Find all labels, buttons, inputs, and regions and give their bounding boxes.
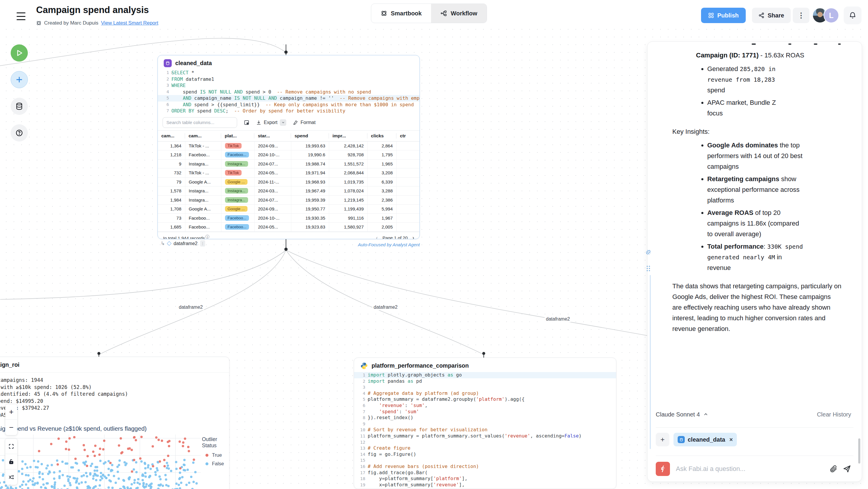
scatter-point <box>188 482 190 484</box>
python-code-editor[interactable]: 1import plotly.graph_objects as go2impor… <box>354 372 616 488</box>
scatter-point <box>81 475 83 478</box>
add-cell-button[interactable] <box>11 71 28 88</box>
column-header[interactable]: spend <box>291 130 329 141</box>
scatter-point <box>102 448 104 451</box>
code-line: 18 y=platform_summary['platform'], <box>354 476 616 482</box>
unlink-icon[interactable] <box>645 249 651 255</box>
export-dropdown-chevron[interactable] <box>280 119 286 126</box>
scatter-point <box>165 478 167 481</box>
run-workflow-button[interactable] <box>11 44 28 62</box>
zoom-out-button[interactable]: − <box>5 420 17 435</box>
scatter-point <box>187 446 189 448</box>
help-button[interactable] <box>11 124 28 142</box>
sql-code-editor[interactable]: 1›SELECT *2FROM dataframe13WHERE4 spend … <box>158 69 420 114</box>
scatter-point <box>150 485 152 488</box>
legend-item-true[interactable]: True <box>206 452 229 458</box>
scatter-point <box>194 471 196 473</box>
scatter-point <box>70 466 72 468</box>
drag-handle-icon[interactable] <box>646 265 651 272</box>
clear-history-button[interactable]: Clear History <box>817 411 851 418</box>
result-table[interactable]: cam...cam...plat...star...spendimpr...cl… <box>158 130 420 232</box>
sql-cell-cleaned-data[interactable]: cleaned_data 1›SELECT *2FROM dataframe13… <box>157 55 420 239</box>
format-button[interactable]: Format <box>293 120 316 125</box>
scatter-point <box>192 461 194 464</box>
column-header[interactable]: impr... <box>329 130 367 141</box>
table-row[interactable]: 1,364TikTok - ...TikTok2024-09...19,993.… <box>158 141 420 150</box>
scatter-point <box>21 460 24 463</box>
campaign-heading: Campaign (ID: 1771) - 15.63x ROAS <box>696 50 845 61</box>
platform-badge: Instagra... <box>225 161 248 166</box>
attach-icon[interactable] <box>830 465 838 473</box>
view-smart-report-link[interactable]: View Latest Smart Report <box>101 20 158 26</box>
ask-question-input[interactable] <box>675 465 825 473</box>
scatter-plot[interactable] <box>0 434 201 489</box>
column-header[interactable]: plat... <box>221 130 254 141</box>
table-row[interactable]: 79Google A...Google ...2024-11-...19,968… <box>158 177 420 186</box>
notifications-button[interactable] <box>844 6 862 24</box>
scatter-point <box>98 454 101 456</box>
search-input[interactable] <box>162 117 237 128</box>
avatar[interactable]: L <box>824 8 839 23</box>
column-header[interactable]: clicks <box>367 130 396 141</box>
code-line: 10# Sort by revenue for better visualiza… <box>354 427 616 433</box>
code-line: 2FROM dataframe1 <box>158 76 420 83</box>
scatter-point <box>38 450 40 452</box>
auto-layout-button[interactable] <box>5 469 17 485</box>
scatter-point <box>143 486 146 488</box>
zoom-in-button[interactable]: + <box>5 404 17 420</box>
prev-page-button[interactable]: ‹ <box>376 235 378 240</box>
send-icon[interactable] <box>843 465 851 473</box>
column-header[interactable]: ctr <box>396 130 420 141</box>
share-button[interactable]: Share <box>752 8 791 23</box>
table-row[interactable]: 732TikTok - ...TikTok2024-05...19,971.94… <box>158 169 420 178</box>
tab-workflow[interactable]: Workflow <box>431 4 487 23</box>
column-header[interactable]: cam... <box>158 130 185 141</box>
scatter-point <box>84 481 87 483</box>
lock-view-button[interactable] <box>5 454 17 469</box>
tab-smartbook[interactable]: Smartbook <box>371 4 431 23</box>
remove-context-icon[interactable]: × <box>730 436 733 443</box>
scatter-point <box>76 486 78 489</box>
sidebar-scrollbar[interactable] <box>858 438 860 463</box>
context-chip-cleaned-data[interactable]: cleaned_data × <box>674 433 737 447</box>
column-header[interactable]: cam... <box>185 130 221 141</box>
table-row[interactable]: 9Instagra...Instagra...2024-07...19,988.… <box>158 159 420 169</box>
python-cell-platform-performance[interactable]: platform_performance_comparison 1import … <box>354 358 616 489</box>
export-button[interactable]: Export <box>256 119 286 126</box>
scatter-point <box>56 459 58 462</box>
table-row[interactable]: 1,984Instagra...Instagra...2024-07...19,… <box>158 195 420 205</box>
publish-button[interactable]: Publish <box>701 8 746 23</box>
scatter-point <box>120 437 122 439</box>
menu-icon[interactable] <box>17 12 26 20</box>
table-row[interactable]: 1,685Faceboo...Faceboo...2024-05...19,92… <box>158 223 420 232</box>
add-context-button[interactable]: + <box>656 433 669 447</box>
scatter-point <box>130 449 133 451</box>
code-line: 13# Create figure <box>354 445 616 451</box>
table-row[interactable]: 1,708Google A...Google ...2024-09...19,9… <box>158 205 420 214</box>
table-row[interactable]: 1,578Instagra...Instagra...2024-03...19,… <box>158 186 420 196</box>
workflow-canvas[interactable]: dataframe2 dataframe2 dataframe2 datafra… <box>0 0 868 489</box>
table-row[interactable]: 73Faceboo...Faceboo...2024-10-...19,930.… <box>158 213 420 223</box>
scatter-point <box>187 468 189 471</box>
next-page-button[interactable]: › <box>412 235 414 240</box>
fit-view-button[interactable] <box>5 439 17 454</box>
smartbook-atom-icon <box>381 10 387 17</box>
output-menu-icon[interactable]: ⋮ <box>200 240 205 247</box>
platform-badge: Faceboo... <box>225 215 249 221</box>
legend-item-false[interactable]: False <box>206 461 229 466</box>
cell-output-dataframe2[interactable]: ↳ dataframe2 ⋮ <box>161 240 205 247</box>
scatter-point <box>92 451 94 453</box>
scatter-point <box>24 463 27 465</box>
more-options-button[interactable]: ⋮ <box>793 8 809 23</box>
scatter-point <box>7 488 9 489</box>
model-selector[interactable]: Claude Sonnet 4 <box>656 411 708 418</box>
scatter-point <box>38 472 40 475</box>
table-row[interactable]: 1,218Faceboo...Faceboo...2024-10-...19,9… <box>158 150 420 159</box>
scatter-point <box>40 463 43 465</box>
data-sources-button[interactable] <box>11 98 28 115</box>
expand-table-icon[interactable] <box>244 120 250 125</box>
python-cell-campaign-roi[interactable]: campaign_roi Filtered campaigns: 1944 Ca… <box>0 357 229 489</box>
edge-label-dataframe2-clipped: dataframe2 <box>0 294 0 300</box>
column-header[interactable]: star... <box>254 130 291 141</box>
scatter-point <box>38 476 41 478</box>
